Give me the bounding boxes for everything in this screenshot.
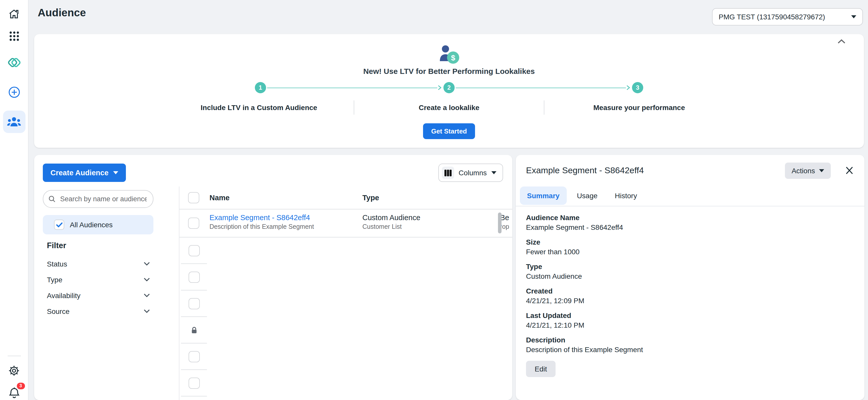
chevron-down-icon xyxy=(144,262,150,266)
column-header-name: Name xyxy=(210,194,229,202)
field-value: Example Segment - S8642eff4 xyxy=(526,223,854,233)
vertical-scrollbar-thumb[interactable] xyxy=(498,213,501,234)
field-created: Created 4/21/21, 12:09 PM xyxy=(526,286,854,306)
audience-table: Name Type Example Segment - S8642eff4 De… xyxy=(179,186,512,400)
person-dollar-icon: $ xyxy=(437,44,461,65)
all-audiences-label: All Audiences xyxy=(70,221,113,229)
field-label: Last Updated xyxy=(526,311,854,320)
row-checkbox[interactable] xyxy=(188,298,199,309)
filter-availability[interactable]: Availability xyxy=(47,287,150,303)
plus-circle-icon xyxy=(8,86,20,98)
collapse-banner-button[interactable] xyxy=(837,39,845,44)
left-nav-rail: 3 xyxy=(0,0,29,400)
filter-source-label: Source xyxy=(47,307,69,315)
account-selector[interactable]: PMG TEST (1317590458279672) xyxy=(712,8,863,26)
create-audience-button[interactable]: Create Audience xyxy=(43,163,126,182)
table-row-placeholder xyxy=(179,238,512,264)
sidebar-item-settings[interactable] xyxy=(3,359,25,382)
sidebar-item-apps[interactable] xyxy=(3,25,25,48)
row-checkbox[interactable] xyxy=(188,351,199,362)
field-label: Size xyxy=(526,238,854,247)
banner-step-labels: Include LTV in a Custom Audience Create … xyxy=(34,100,864,115)
field-value: Description of this Example Segment xyxy=(526,345,854,355)
step-circle-1: 1 xyxy=(255,82,266,93)
get-started-button[interactable]: Get Started xyxy=(423,123,475,139)
step-circle-2: 2 xyxy=(443,82,455,93)
sidebar-item-notifications[interactable]: 3 xyxy=(3,382,25,400)
table-row[interactable]: Example Segment - S8642eff4 Description … xyxy=(179,209,512,238)
row-checkbox[interactable] xyxy=(188,271,199,282)
arrow-right-icon xyxy=(626,85,630,90)
actions-button[interactable]: Actions xyxy=(785,162,831,179)
caret-down-icon xyxy=(851,15,856,18)
details-tabs: Summary Usage History xyxy=(520,186,644,205)
filter-status[interactable]: Status xyxy=(47,256,150,272)
step-connector xyxy=(456,85,631,90)
audience-list-card: Create Audience Columns All Audiences Fi… xyxy=(34,155,512,400)
page-title: Audience xyxy=(38,7,86,19)
close-panel-button[interactable] xyxy=(845,166,853,174)
sidebar-item-ads-manager[interactable] xyxy=(3,52,25,74)
field-label: Created xyxy=(526,286,854,296)
row-checkbox[interactable] xyxy=(188,245,199,256)
columns-button[interactable]: Columns xyxy=(438,163,503,182)
audience-description: Description of this Example Segment xyxy=(210,223,314,230)
row-checkbox[interactable] xyxy=(188,377,199,389)
all-audiences-checkbox[interactable] xyxy=(54,220,64,230)
details-title: Example Segment - S8642eff4 xyxy=(526,165,644,176)
apps-grid-icon xyxy=(8,31,20,42)
all-audiences-toggle[interactable]: All Audiences xyxy=(43,215,153,235)
ads-manager-icon xyxy=(7,57,21,68)
field-audience-name: Audience Name Example Segment - S8642eff… xyxy=(526,213,854,233)
field-label: Description xyxy=(526,335,854,345)
field-value: Custom Audience xyxy=(526,272,854,281)
tab-summary[interactable]: Summary xyxy=(520,186,567,205)
home-icon xyxy=(8,8,20,20)
notification-badge: 3 xyxy=(17,383,25,389)
sidebar-item-audiences[interactable] xyxy=(3,111,25,133)
create-audience-label: Create Audience xyxy=(51,169,108,177)
chevron-down-icon xyxy=(144,309,150,313)
tabs-divider xyxy=(516,206,864,206)
search-input[interactable] xyxy=(59,195,148,203)
audience-type: Custom Audience xyxy=(362,214,420,222)
ltv-banner: $ New! Use LTV for Better Performing Loo… xyxy=(34,34,864,148)
field-value: 4/21/21, 12:10 PM xyxy=(526,320,854,330)
step-circle-3: 3 xyxy=(632,82,643,93)
field-size: Size Fewer than 1000 xyxy=(526,238,854,257)
search-icon xyxy=(49,195,56,203)
filter-type[interactable]: Type xyxy=(47,272,150,287)
edit-button[interactable]: Edit xyxy=(526,361,556,377)
close-icon xyxy=(845,166,853,174)
rail-divider xyxy=(7,356,21,356)
sidebar-item-home[interactable] xyxy=(3,3,25,25)
table-row-placeholder xyxy=(179,343,512,370)
field-value: Fewer than 1000 xyxy=(526,247,854,257)
field-last-updated: Last Updated 4/21/21, 12:10 PM xyxy=(526,311,854,330)
sidebar-item-create[interactable] xyxy=(3,81,25,103)
lock-icon xyxy=(190,326,198,334)
audience-name-cell: Example Segment - S8642eff4 Description … xyxy=(210,214,314,231)
chevron-down-icon xyxy=(144,294,150,297)
step-label-2: Create a lookalike xyxy=(354,100,544,115)
audience-name-link[interactable]: Example Segment - S8642eff4 xyxy=(210,214,314,222)
field-type: Type Custom Audience xyxy=(526,262,854,281)
audience-page: 3 Audience PMG TEST (1317590458279672) $… xyxy=(0,0,868,400)
table-header-row: Name Type xyxy=(179,186,512,209)
audience-search[interactable] xyxy=(43,190,153,208)
filter-type-label: Type xyxy=(47,275,62,283)
banner-title: New! Use LTV for Better Performing Looka… xyxy=(34,67,864,75)
tab-usage[interactable]: Usage xyxy=(570,186,605,205)
row-checkbox[interactable] xyxy=(188,218,199,229)
caret-down-icon xyxy=(491,171,496,174)
tab-history[interactable]: History xyxy=(608,186,644,205)
gear-icon xyxy=(8,365,20,376)
chevron-up-icon xyxy=(837,39,845,44)
field-label: Type xyxy=(526,262,854,272)
filter-source[interactable]: Source xyxy=(47,303,150,319)
table-row-placeholder-locked xyxy=(179,317,512,343)
actions-label: Actions xyxy=(792,166,815,175)
field-description: Description Description of this Example … xyxy=(526,335,854,355)
columns-icon xyxy=(442,166,454,179)
select-all-checkbox[interactable] xyxy=(188,192,199,203)
